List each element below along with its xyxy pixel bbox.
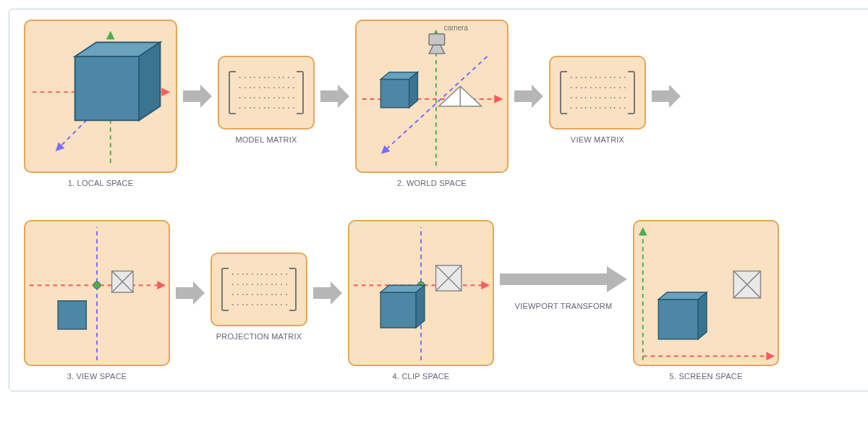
camera-icon: [429, 34, 445, 54]
stage-label: 4. CLIP SPACE: [393, 372, 450, 381]
arrow-icon: [312, 216, 344, 370]
stage-label: 1. LOCAL SPACE: [68, 179, 134, 187]
arrow-icon: [650, 20, 682, 173]
arrow-icon: [174, 216, 206, 370]
stage-card-world: camera: [355, 20, 509, 173]
transform-label: MODEL MATRIX: [235, 135, 297, 144]
stage-world-space: camera: [355, 20, 509, 187]
svg-marker-0: [75, 56, 139, 120]
stage-view-space: 3. VIEW SPACE: [24, 216, 170, 381]
local-space-graphic: [25, 21, 176, 171]
cube-icon: [58, 301, 86, 329]
pipeline-row-2: 3. VIEW SPACE ············ ············ …: [24, 216, 861, 381]
cube-icon: [658, 292, 707, 339]
transform-view-matrix: ············ ············ ············ ·…: [549, 20, 646, 144]
transform-projection-matrix: ············ ············ ············ ·…: [210, 216, 307, 341]
clip-space-graphic: [349, 221, 493, 365]
arrow-icon: [513, 20, 545, 173]
stage-clip-space: 4. CLIP SPACE: [348, 216, 494, 381]
svg-marker-21: [698, 292, 707, 339]
transform-label: PROJECTION MATRIX: [216, 332, 302, 341]
arrow-icon: [319, 20, 351, 173]
cube-icon: [380, 285, 425, 328]
stage-label: 2. WORLD SPACE: [397, 179, 467, 187]
svg-marker-2: [139, 42, 160, 120]
stage-card-local: [24, 20, 177, 173]
matrix-icon: ············ ············ ············ ·…: [218, 56, 315, 130]
matrix-icon: ············ ············ ············ ·…: [210, 253, 307, 326]
svg-marker-13: [380, 292, 416, 328]
svg-marker-15: [416, 285, 425, 328]
stage-label: 5. SCREEN SPACE: [670, 372, 743, 381]
cube-icon: [380, 72, 417, 108]
transform-label: VIEW MATRIX: [571, 135, 624, 144]
pyramid-top-icon: [112, 271, 133, 292]
transform-model-matrix: ············ ············ ············ ·…: [218, 20, 315, 144]
pyramid-icon: [439, 86, 482, 106]
screen-space-graphic: [634, 221, 778, 365]
pyramid-top-icon: [436, 266, 461, 291]
world-space-graphic: [357, 21, 507, 171]
diagram-frame: 1. LOCAL SPACE ············ ············…: [9, 9, 868, 391]
svg-marker-19: [658, 300, 698, 339]
origin-dot-icon: [93, 281, 101, 289]
arrow-long-icon: [498, 263, 629, 296]
view-space-graphic: [25, 221, 169, 365]
svg-marker-9: [429, 45, 445, 54]
pipeline-row-1: 1. LOCAL SPACE ············ ············…: [24, 20, 861, 187]
svg-rect-8: [429, 34, 445, 46]
stage-card-screen: [633, 220, 779, 366]
transform-viewport: VIEWPORT TRANSFORM: [498, 263, 629, 310]
stage-screen-space: 5. SCREEN SPACE: [633, 216, 779, 381]
pyramid-top-icon: [733, 271, 760, 298]
transform-label: VIEWPORT TRANSFORM: [515, 302, 613, 310]
stage-card-clip: [348, 220, 494, 366]
cube-icon: [75, 42, 161, 120]
matrix-icon: ············ ············ ············ ·…: [549, 56, 646, 130]
svg-marker-3: [380, 79, 409, 107]
arrow-icon: [182, 20, 213, 173]
stage-label: 3. VIEW SPACE: [67, 372, 127, 381]
stage-local-space: 1. LOCAL SPACE: [24, 20, 177, 187]
stage-card-view: [24, 220, 170, 366]
